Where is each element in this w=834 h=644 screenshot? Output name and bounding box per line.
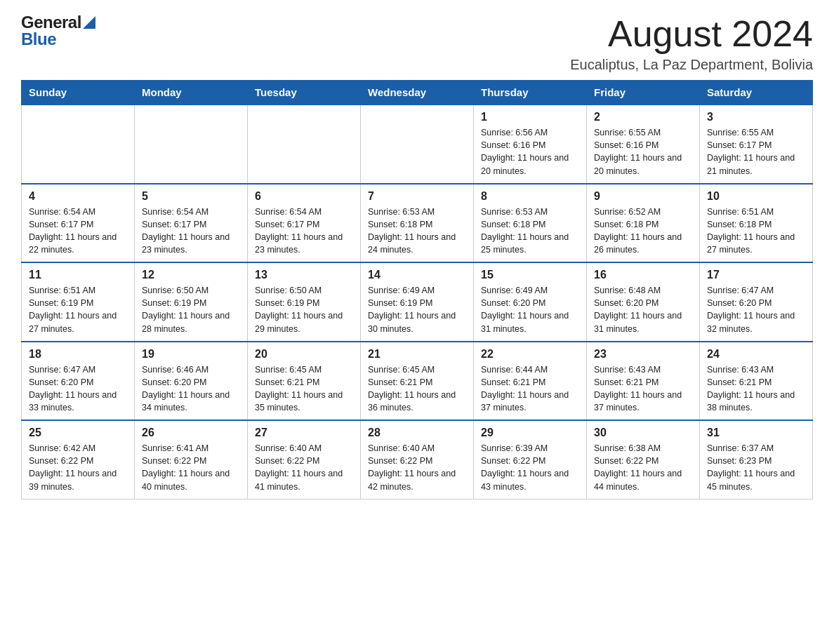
day-number: 11 — [29, 269, 127, 281]
day-info: Sunrise: 6:43 AMSunset: 6:21 PMDaylight:… — [594, 363, 692, 415]
calendar-cell: 10Sunrise: 6:51 AMSunset: 6:18 PMDayligh… — [700, 184, 813, 263]
calendar-cell: 8Sunrise: 6:53 AMSunset: 6:18 PMDaylight… — [474, 184, 587, 263]
day-number: 5 — [142, 190, 240, 203]
calendar-cell: 5Sunrise: 6:54 AMSunset: 6:17 PMDaylight… — [135, 184, 248, 263]
day-info: Sunrise: 6:45 AMSunset: 6:21 PMDaylight:… — [255, 363, 353, 415]
day-info: Sunrise: 6:44 AMSunset: 6:21 PMDaylight:… — [481, 363, 579, 415]
day-number: 17 — [707, 269, 805, 281]
day-number: 8 — [481, 190, 579, 203]
day-info: Sunrise: 6:42 AMSunset: 6:22 PMDaylight:… — [29, 442, 127, 493]
day-info: Sunrise: 6:37 AMSunset: 6:23 PMDaylight:… — [707, 442, 805, 493]
day-info: Sunrise: 6:39 AMSunset: 6:22 PMDaylight:… — [481, 442, 579, 493]
day-number: 28 — [368, 427, 466, 439]
calendar-cell: 15Sunrise: 6:49 AMSunset: 6:20 PMDayligh… — [474, 262, 587, 342]
calendar-cell — [22, 105, 135, 184]
day-info: Sunrise: 6:38 AMSunset: 6:22 PMDaylight:… — [594, 442, 692, 493]
header-thursday: Thursday — [474, 81, 587, 105]
header-friday: Friday — [587, 81, 700, 105]
title-area: August 2024 Eucaliptus, La Paz Departmen… — [570, 14, 813, 73]
calendar-cell: 16Sunrise: 6:48 AMSunset: 6:20 PMDayligh… — [587, 262, 700, 342]
day-number: 6 — [255, 190, 353, 203]
day-number: 21 — [368, 348, 466, 361]
day-number: 25 — [29, 427, 127, 439]
day-info: Sunrise: 6:54 AMSunset: 6:17 PMDaylight:… — [142, 206, 240, 257]
day-info: Sunrise: 6:52 AMSunset: 6:18 PMDaylight:… — [594, 206, 692, 257]
logo-area: General Blue — [21, 14, 95, 48]
calendar-cell: 7Sunrise: 6:53 AMSunset: 6:18 PMDaylight… — [361, 184, 474, 263]
day-number: 19 — [142, 348, 240, 361]
day-number: 27 — [255, 427, 353, 439]
day-info: Sunrise: 6:40 AMSunset: 6:22 PMDaylight:… — [368, 442, 466, 493]
day-number: 18 — [29, 348, 127, 361]
calendar-cell — [361, 105, 474, 184]
day-info: Sunrise: 6:51 AMSunset: 6:19 PMDaylight:… — [29, 284, 127, 335]
svg-marker-0 — [83, 16, 95, 29]
calendar-cell: 6Sunrise: 6:54 AMSunset: 6:17 PMDaylight… — [248, 184, 361, 263]
logo-triangle-icon — [83, 16, 95, 29]
header-saturday: Saturday — [700, 81, 813, 105]
day-number: 20 — [255, 348, 353, 361]
day-info: Sunrise: 6:49 AMSunset: 6:19 PMDaylight:… — [368, 284, 466, 335]
header-tuesday: Tuesday — [248, 81, 361, 105]
day-number: 2 — [594, 111, 692, 123]
week-row-2: 4Sunrise: 6:54 AMSunset: 6:17 PMDaylight… — [22, 184, 813, 263]
calendar-cell: 26Sunrise: 6:41 AMSunset: 6:22 PMDayligh… — [135, 420, 248, 499]
week-row-1: 1Sunrise: 6:56 AMSunset: 6:16 PMDaylight… — [22, 105, 813, 184]
day-number: 13 — [255, 269, 353, 281]
page-title: August 2024 — [570, 14, 813, 54]
day-info: Sunrise: 6:43 AMSunset: 6:21 PMDaylight:… — [707, 363, 805, 415]
calendar-cell: 4Sunrise: 6:54 AMSunset: 6:17 PMDaylight… — [22, 184, 135, 263]
day-info: Sunrise: 6:55 AMSunset: 6:16 PMDaylight:… — [594, 126, 692, 177]
day-info: Sunrise: 6:56 AMSunset: 6:16 PMDaylight:… — [481, 126, 579, 177]
week-row-3: 11Sunrise: 6:51 AMSunset: 6:19 PMDayligh… — [22, 262, 813, 342]
day-info: Sunrise: 6:47 AMSunset: 6:20 PMDaylight:… — [707, 284, 805, 335]
calendar-body: 1Sunrise: 6:56 AMSunset: 6:16 PMDaylight… — [22, 105, 813, 499]
day-number: 16 — [594, 269, 692, 281]
calendar-table: SundayMondayTuesdayWednesdayThursdayFrid… — [21, 80, 813, 499]
day-number: 10 — [707, 190, 805, 203]
calendar-cell: 22Sunrise: 6:44 AMSunset: 6:21 PMDayligh… — [474, 342, 587, 421]
calendar-cell: 29Sunrise: 6:39 AMSunset: 6:22 PMDayligh… — [474, 420, 587, 499]
day-info: Sunrise: 6:40 AMSunset: 6:22 PMDaylight:… — [255, 442, 353, 493]
day-number: 9 — [594, 190, 692, 203]
calendar-cell: 30Sunrise: 6:38 AMSunset: 6:22 PMDayligh… — [587, 420, 700, 499]
calendar-cell: 27Sunrise: 6:40 AMSunset: 6:22 PMDayligh… — [248, 420, 361, 499]
day-info: Sunrise: 6:49 AMSunset: 6:20 PMDaylight:… — [481, 284, 579, 335]
day-number: 24 — [707, 348, 805, 361]
calendar-cell: 28Sunrise: 6:40 AMSunset: 6:22 PMDayligh… — [361, 420, 474, 499]
calendar-cell — [135, 105, 248, 184]
page-header: General Blue August 2024 Eucaliptus, La … — [21, 14, 813, 73]
day-number: 31 — [707, 427, 805, 439]
header-row: SundayMondayTuesdayWednesdayThursdayFrid… — [22, 81, 813, 105]
day-number: 1 — [481, 111, 579, 123]
calendar-cell: 25Sunrise: 6:42 AMSunset: 6:22 PMDayligh… — [22, 420, 135, 499]
day-info: Sunrise: 6:45 AMSunset: 6:21 PMDaylight:… — [368, 363, 466, 415]
day-number: 15 — [481, 269, 579, 281]
day-info: Sunrise: 6:53 AMSunset: 6:18 PMDaylight:… — [368, 206, 466, 257]
header-wednesday: Wednesday — [361, 81, 474, 105]
calendar-cell: 31Sunrise: 6:37 AMSunset: 6:23 PMDayligh… — [700, 420, 813, 499]
day-number: 26 — [142, 427, 240, 439]
day-info: Sunrise: 6:55 AMSunset: 6:17 PMDaylight:… — [707, 126, 805, 177]
calendar-header: SundayMondayTuesdayWednesdayThursdayFrid… — [22, 81, 813, 105]
calendar-cell: 12Sunrise: 6:50 AMSunset: 6:19 PMDayligh… — [135, 262, 248, 342]
day-info: Sunrise: 6:46 AMSunset: 6:20 PMDaylight:… — [142, 363, 240, 415]
day-info: Sunrise: 6:41 AMSunset: 6:22 PMDaylight:… — [142, 442, 240, 493]
calendar-cell: 3Sunrise: 6:55 AMSunset: 6:17 PMDaylight… — [700, 105, 813, 184]
calendar-cell: 1Sunrise: 6:56 AMSunset: 6:16 PMDaylight… — [474, 105, 587, 184]
calendar-cell: 14Sunrise: 6:49 AMSunset: 6:19 PMDayligh… — [361, 262, 474, 342]
day-info: Sunrise: 6:54 AMSunset: 6:17 PMDaylight:… — [255, 206, 353, 257]
day-number: 22 — [481, 348, 579, 361]
day-number: 29 — [481, 427, 579, 439]
calendar-cell: 19Sunrise: 6:46 AMSunset: 6:20 PMDayligh… — [135, 342, 248, 421]
calendar-cell: 21Sunrise: 6:45 AMSunset: 6:21 PMDayligh… — [361, 342, 474, 421]
day-number: 14 — [368, 269, 466, 281]
week-row-4: 18Sunrise: 6:47 AMSunset: 6:20 PMDayligh… — [22, 342, 813, 421]
calendar-cell: 11Sunrise: 6:51 AMSunset: 6:19 PMDayligh… — [22, 262, 135, 342]
calendar-cell — [248, 105, 361, 184]
subtitle: Eucaliptus, La Paz Department, Bolivia — [570, 57, 813, 73]
day-number: 12 — [142, 269, 240, 281]
day-number: 23 — [594, 348, 692, 361]
calendar-cell: 23Sunrise: 6:43 AMSunset: 6:21 PMDayligh… — [587, 342, 700, 421]
day-number: 4 — [29, 190, 127, 203]
